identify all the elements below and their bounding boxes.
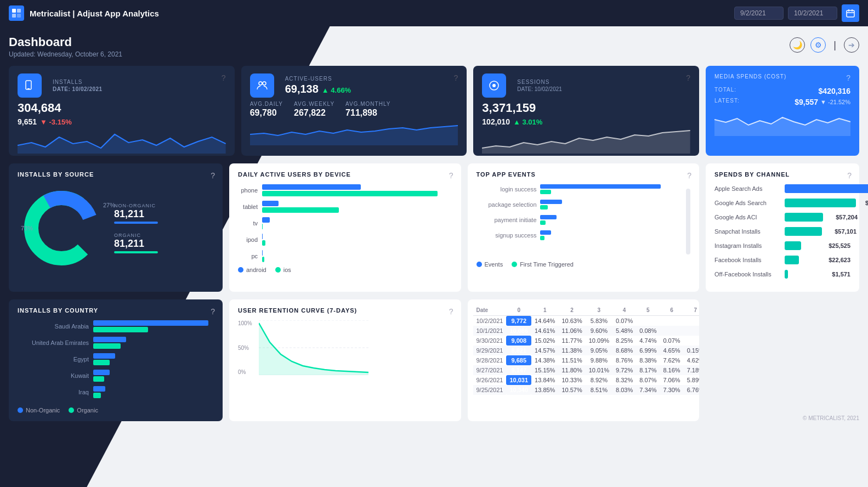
date-start-input[interactable] [734, 7, 784, 20]
country-egypt-label: Egypt [18, 356, 89, 363]
table-row: 10,086 [506, 326, 531, 336]
channel-off-facebook-label: Off-Facebook Installs [714, 271, 780, 278]
retention-pct-0: 0% [238, 369, 252, 375]
table-row [684, 326, 699, 336]
active-users-icon [250, 73, 274, 98]
installs-by-country-title: INSTALLS BY COUNTRY [18, 307, 214, 314]
avg-weekly-value: 267,822 [294, 108, 334, 118]
apple-bar [785, 184, 868, 193]
installs-by-country-panel: INSTALLS BY COUNTRY ? Saudi Arabia Unite… [9, 299, 223, 421]
off-facebook-bar [785, 270, 788, 279]
media-spends-help[interactable]: ? [846, 73, 850, 82]
egypt-organic-bar [93, 360, 110, 365]
iraq-organic-bar [93, 393, 101, 398]
table-row: 10.09% [586, 336, 612, 346]
events-legend-label: Events [485, 261, 503, 268]
active-users-help[interactable]: ? [454, 73, 458, 82]
table-row: 5.89% [684, 375, 699, 385]
table-row: 9,685 [506, 355, 531, 365]
device-phone: phone [238, 184, 452, 196]
sessions-date: DATE: 10/02/2021 [517, 86, 562, 92]
table-row: 7.62% [660, 355, 683, 365]
pc-android-bar [262, 250, 263, 256]
installs-value: 304,684 [18, 101, 226, 115]
forward-icon[interactable]: ➔ [844, 37, 859, 53]
table-row: 9,147 [506, 365, 531, 375]
retention-curve-help[interactable]: ? [449, 307, 453, 316]
device-phone-label: phone [238, 187, 258, 194]
media-spends-label: MEDIA SPENDS (COST) [714, 73, 786, 80]
country-kuwait-label: Kuwait [18, 372, 89, 379]
installs-card: INSTALLS DATE: 10/02/2021 ? 304,684 9,65… [9, 66, 235, 156]
payment-ft-bar [540, 220, 546, 225]
organic-label: ORGANIC [114, 233, 158, 238]
spends-latest-value: $9,557 [795, 98, 818, 106]
active-users-value: 69,138 [285, 83, 319, 95]
sessions-sparkline [482, 126, 690, 154]
table-row: 8.92% [586, 375, 612, 385]
table-row: 5.83% [586, 316, 612, 326]
iraq-non-organic-bar [93, 386, 105, 392]
table-row: 9.88% [586, 355, 612, 365]
table-row: 15.15% [531, 365, 558, 375]
uae-organic-bar [93, 343, 121, 349]
spends-by-channel-help[interactable]: ? [847, 171, 852, 180]
kuwait-non-organic-bar [93, 370, 110, 375]
ios-legend: ios [283, 267, 291, 273]
table-row: 10.57% [558, 385, 585, 395]
sessions-sub: 102,010 [482, 117, 510, 126]
table-row: 8.07% [636, 375, 660, 385]
device-tv: tv [238, 217, 452, 229]
installs-by-source-help[interactable]: ? [211, 171, 215, 180]
installs-by-country-help[interactable]: ? [211, 307, 215, 316]
event-payment-initiate: payment initiate [476, 215, 680, 225]
login-ft-bar [540, 190, 551, 194]
event-signup-success: signup success [476, 230, 680, 240]
avg-weekly-label: AVG.WEEKLY [294, 101, 334, 107]
table-row: 9.60% [586, 326, 612, 336]
col-date: Date [473, 305, 507, 316]
calendar-icon[interactable] [842, 4, 859, 22]
country-uae-label: United Arab Emirates [18, 339, 89, 346]
non-organic-label: NON-ORGANIC [114, 203, 158, 208]
settings-icon[interactable]: ⚙ [810, 37, 826, 53]
table-row: 10.33% [558, 375, 585, 385]
installs-date: DATE: 10/02/2021 [53, 86, 103, 92]
table-row: 9.05% [586, 346, 612, 355]
third-row: INSTALLS BY COUNTRY ? Saudi Arabia Unite… [9, 299, 859, 421]
table-row: 8,821 [506, 346, 531, 355]
installs-help[interactable]: ? [222, 73, 226, 82]
table-row: 10/1/2021 [473, 326, 507, 336]
top-app-events-help[interactable]: ? [687, 171, 691, 180]
table-row: 9/29/2021 [473, 346, 507, 355]
device-legend: android ios [238, 267, 452, 273]
retention-curve-chart: 100% 50% 0% [238, 320, 452, 375]
channel-instagram: Instagram Installs $25,525 [714, 241, 850, 250]
date-end-input[interactable] [788, 7, 837, 20]
channel-apple-label: Apple Search Ads [714, 185, 780, 192]
col-7: 7 [684, 305, 699, 316]
svg-point-11 [259, 82, 262, 85]
metrics-row: INSTALLS DATE: 10/02/2021 ? 304,684 9,65… [9, 66, 859, 156]
event-package-selection: package selection [476, 200, 680, 209]
svg-marker-16 [482, 131, 690, 154]
active-users-sparkline [250, 118, 458, 145]
table-row: 9/27/2021 [473, 365, 507, 375]
event-login-success: login success [476, 184, 680, 194]
sessions-help[interactable]: ? [686, 73, 690, 82]
daily-active-users-help[interactable]: ? [449, 171, 453, 180]
event-payment-label: payment initiate [476, 217, 537, 223]
event-package-label: package selection [476, 201, 537, 208]
table-row: 6.99% [636, 346, 660, 355]
svg-point-15 [492, 84, 496, 87]
col-1: 1 [531, 305, 558, 316]
device-tablet: tablet [238, 201, 452, 213]
table-row: 8.51% [586, 385, 612, 395]
google-search-val: $108,798 [860, 200, 868, 206]
table-row: 8.32% [612, 375, 636, 385]
footer-area: © METRICALIST, 2021 [706, 299, 859, 421]
spends-by-channel-panel: SPENDS BY CHANNEL ? Apple Search Ads $14… [706, 163, 859, 292]
moon-icon[interactable]: 🌙 [790, 37, 805, 53]
channel-google-ads-aci: Google Ads ACI $57,204 [714, 213, 850, 222]
sessions-pct: ▲ 3.01% [513, 118, 542, 126]
